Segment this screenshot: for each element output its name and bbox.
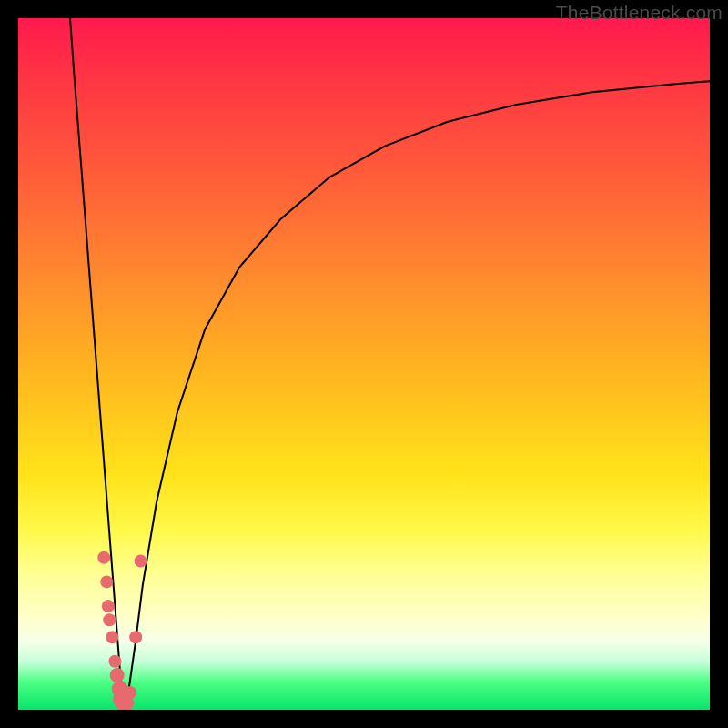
bottleneck-curve [18, 18, 710, 710]
data-point-cluster [97, 551, 147, 710]
data-point [103, 613, 116, 626]
data-point [106, 631, 118, 643]
chart-frame: TheBottleneck.com [0, 0, 728, 728]
data-point [110, 668, 125, 682]
data-point [108, 655, 121, 668]
plot-area [18, 18, 710, 710]
watermark-text: TheBottleneck.com [556, 2, 723, 24]
data-point [129, 631, 142, 643]
curve-right-branch [124, 81, 710, 710]
data-point [102, 600, 115, 612]
data-point [97, 551, 110, 564]
data-point [100, 575, 113, 588]
data-point [135, 555, 147, 568]
data-point [124, 686, 136, 699]
curve-left-branch [70, 18, 124, 710]
